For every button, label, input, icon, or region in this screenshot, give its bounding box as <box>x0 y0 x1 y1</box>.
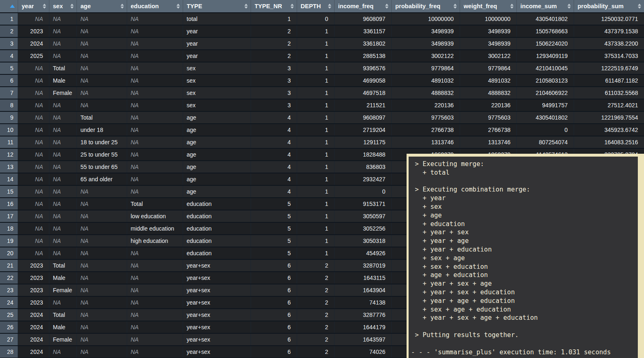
cell-weight_freq: 2766738 <box>460 124 516 136</box>
cell-age: NA <box>77 74 127 87</box>
column-label: TYPE <box>187 3 202 9</box>
column-header-sex[interactable]: sex <box>49 0 77 13</box>
column-header-income_freq[interactable]: income_freq <box>334 0 391 13</box>
cell-education: NA <box>127 272 183 284</box>
row-number: 17 <box>0 210 18 222</box>
cell-income_sum: 1293409119 <box>516 50 574 62</box>
cell-TYPE: age <box>183 161 251 173</box>
cell-TYPE: age <box>183 124 251 136</box>
console-line: + sex + age + education <box>411 305 638 314</box>
column-label: income_sum <box>521 3 557 9</box>
cell-sex: Female <box>49 333 77 346</box>
sort-down-icon <box>510 7 514 9</box>
row-number: 13 <box>0 161 18 173</box>
cell-income_freq: 74026 <box>334 346 391 358</box>
grid-header: yearsexageeducationTYPETYPE_NRDEPTHincom… <box>0 0 644 13</box>
table-row: 8NANANANAsex3121152122013622013694991757… <box>0 99 644 111</box>
column-header-year[interactable]: year <box>18 0 49 13</box>
column-header-age[interactable]: age <box>77 0 127 13</box>
cell-education: middle education <box>127 222 183 235</box>
header-cell: year <box>18 0 49 12</box>
header-cell: age <box>77 0 127 12</box>
cell-income_freq: 3287019 <box>334 259 391 272</box>
cell-DEPTH: 1 <box>297 161 334 173</box>
row-number: 9 <box>0 111 18 124</box>
cell-probability_freq: 4891032 <box>391 74 460 87</box>
console-line: > Executing merge: <box>411 160 638 169</box>
cell-DEPTH: 1 <box>297 37 334 50</box>
column-header-probability_freq[interactable]: probability_freq <box>391 0 460 13</box>
column-label: sex <box>53 3 63 9</box>
cell-age: NA <box>77 198 127 210</box>
cell-probability_freq: 9779864 <box>391 62 460 74</box>
cell-TYPE: year+sex <box>183 284 251 296</box>
console-line: + age <box>411 211 638 220</box>
cell-sex: NA <box>49 173 77 185</box>
cell-year: NA <box>18 198 49 210</box>
console-line: + age + education <box>411 271 638 279</box>
cell-income_sum: 1505768663 <box>516 25 574 37</box>
cell-DEPTH: 2 <box>297 296 334 309</box>
column-header-rownum[interactable] <box>0 0 18 13</box>
cell-education: NA <box>127 37 183 50</box>
column-header-TYPE[interactable]: TYPE <box>183 0 251 13</box>
column-header-education[interactable]: education <box>127 0 183 13</box>
cell-age: NA <box>77 50 127 62</box>
sort-up-icon <box>43 4 46 6</box>
row-number: 19 <box>0 235 18 247</box>
cell-income_freq: 1828488 <box>334 148 391 161</box>
row-number: 14 <box>0 173 18 185</box>
cell-income_sum: 4210410045 <box>516 62 574 74</box>
cell-DEPTH: 1 <box>297 25 334 37</box>
cell-DEPTH: 1 <box>297 247 334 259</box>
console-line: + sex + age <box>411 254 638 263</box>
row-number: 28 <box>0 346 18 358</box>
cell-sex: Male <box>49 272 77 284</box>
row-number: 18 <box>0 222 18 235</box>
cell-TYPE_NR: 4 <box>251 161 297 173</box>
sort-down-icon <box>328 7 331 9</box>
cell-DEPTH: 2 <box>297 309 334 321</box>
cell-income_freq: 9396576 <box>334 62 391 74</box>
cell-TYPE: sex <box>183 74 251 87</box>
console-line <box>411 340 638 348</box>
sort-up-icon <box>121 4 124 6</box>
cell-year: NA <box>18 99 49 111</box>
cell-sex: NA <box>49 247 77 259</box>
cell-sex: Male <box>49 321 77 333</box>
cell-probability_sum: 345923.6742 <box>574 124 644 136</box>
cell-year: NA <box>18 62 49 74</box>
cell-TYPE: education <box>183 222 251 235</box>
cell-education: NA <box>127 87 183 99</box>
table-row: 9NANATotalNAage4196080979775603977560343… <box>0 111 644 124</box>
cell-weight_freq: 220136 <box>460 99 516 111</box>
cell-year: NA <box>18 148 49 161</box>
column-header-DEPTH[interactable]: DEPTH <box>297 0 334 13</box>
cell-probability_sum: 375314.7033 <box>574 50 644 62</box>
sort-down-icon <box>638 7 641 9</box>
cell-year: 2023 <box>18 296 49 309</box>
cell-sex: NA <box>49 235 77 247</box>
cell-income_freq: 454926 <box>334 247 391 259</box>
cell-sex: Total <box>49 62 77 74</box>
column-header-income_sum[interactable]: income_sum <box>516 0 574 13</box>
cell-education: NA <box>127 173 183 185</box>
cell-income_freq: 211521 <box>334 99 391 111</box>
console-line: + year + sex <box>411 228 638 237</box>
cell-probability_freq: 2766738 <box>391 124 460 136</box>
row-number: 27 <box>0 333 18 346</box>
cell-DEPTH: 2 <box>297 321 334 333</box>
cell-education: NA <box>127 148 183 161</box>
cell-sex: Total <box>49 309 77 321</box>
cell-education: NA <box>127 185 183 198</box>
cell-DEPTH: 2 <box>297 272 334 284</box>
cell-TYPE: education <box>183 210 251 222</box>
column-header-TYPE_NR[interactable]: TYPE_NR <box>251 0 297 13</box>
console-line <box>411 177 638 186</box>
column-header-probability_sum[interactable]: probability_sum <box>574 0 644 13</box>
cell-education: NA <box>127 296 183 309</box>
sort-arrows-icon <box>453 4 457 9</box>
column-header-weight_freq[interactable]: weight_freq <box>460 0 516 13</box>
sort-up-icon <box>510 4 514 6</box>
sort-up-icon <box>328 4 331 6</box>
